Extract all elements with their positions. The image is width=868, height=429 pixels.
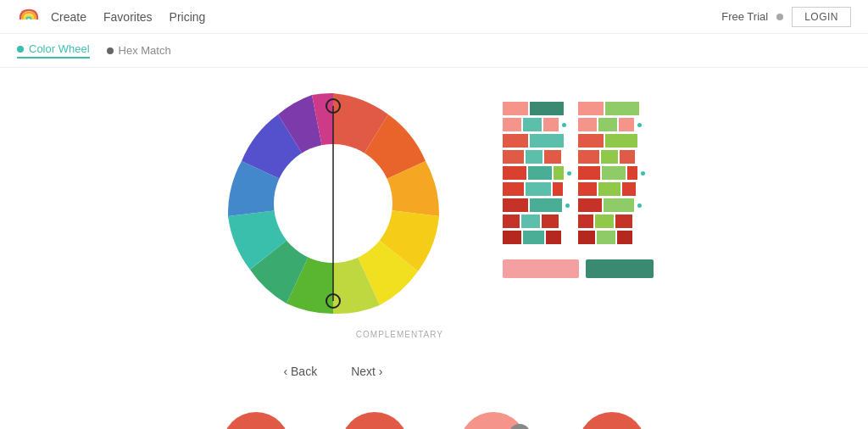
swatch[interactable] [530, 198, 562, 212]
bottom-swatch-pink[interactable] [503, 259, 579, 278]
tab-color-wheel[interactable]: Color Wheel [17, 42, 90, 58]
palette-column-2 [578, 102, 645, 244]
palette-row [503, 198, 571, 212]
palette-row [578, 102, 645, 115]
dot-indicator [567, 171, 571, 176]
swatch[interactable] [546, 231, 561, 244]
swatch[interactable] [503, 150, 524, 164]
palette-row [503, 182, 571, 196]
nav-favorites[interactable]: Favorites [103, 7, 153, 27]
back-button[interactable]: ‹ Back [283, 365, 317, 378]
logo[interactable] [17, 3, 51, 31]
wheel-section: COMPLEMENTARY ‹ Back Next › [214, 85, 452, 378]
swatch[interactable] [543, 118, 559, 131]
swatch[interactable] [578, 182, 597, 196]
palette-row [578, 198, 645, 212]
swatch[interactable] [503, 214, 520, 228]
swatch[interactable] [544, 150, 561, 164]
swatch[interactable] [578, 231, 595, 244]
swatch[interactable] [619, 118, 634, 131]
bottom-circle-1 [222, 412, 290, 429]
swatch[interactable] [578, 198, 602, 212]
dot-indicator [565, 203, 570, 208]
palette-row [578, 231, 645, 244]
header-right: Free Trial LOGIN [721, 7, 851, 27]
swatch[interactable] [605, 134, 637, 148]
wheel-container[interactable]: COMPLEMENTARY [214, 85, 452, 322]
tabs-bar: Color Wheel Hex Match [0, 34, 868, 68]
bottom-section: ⚙ [0, 404, 868, 429]
swatch[interactable] [530, 134, 564, 148]
swatch[interactable] [503, 166, 526, 180]
palette-row [503, 118, 571, 131]
swatch[interactable] [615, 214, 632, 228]
swatch[interactable] [578, 166, 600, 180]
main-content: COMPLEMENTARY ‹ Back Next › [0, 68, 868, 395]
palette-row [578, 214, 645, 228]
tab-hex-match[interactable]: Hex Match [107, 44, 171, 57]
swatch[interactable] [526, 182, 551, 196]
swatch[interactable] [503, 231, 521, 244]
swatch[interactable] [597, 231, 615, 244]
swatch[interactable] [523, 118, 542, 131]
bottom-swatches [503, 259, 654, 278]
swatch[interactable] [503, 102, 528, 115]
palette-row [578, 150, 645, 164]
tab-color-wheel-label: Color Wheel [29, 42, 90, 55]
color-wheel-svg[interactable] [214, 85, 452, 322]
swatch[interactable] [578, 214, 593, 228]
bottom-circle-4 [578, 412, 646, 429]
palette-row [503, 231, 571, 244]
nav-create[interactable]: Create [51, 7, 86, 27]
palette-row [578, 166, 645, 180]
swatch[interactable] [553, 182, 563, 196]
swatch[interactable] [526, 150, 542, 164]
nav-arrows: ‹ Back Next › [283, 365, 382, 378]
dot-indicator [637, 203, 642, 208]
swatch[interactable] [530, 102, 564, 115]
nav-pricing[interactable]: Pricing [170, 7, 206, 27]
swatch[interactable] [503, 134, 528, 148]
swatch[interactable] [602, 166, 626, 180]
tab-hex-match-dot [107, 47, 114, 54]
swatch[interactable] [503, 182, 524, 196]
next-button[interactable]: Next › [351, 365, 382, 378]
swatch[interactable] [578, 118, 597, 131]
swatch[interactable] [620, 150, 635, 164]
bottom-circle-gear: ⚙ [459, 412, 527, 429]
swatch[interactable] [503, 198, 528, 212]
palette-column-1 [503, 102, 571, 244]
swatch[interactable] [521, 214, 540, 228]
swatch[interactable] [622, 182, 636, 196]
swatch[interactable] [598, 182, 620, 196]
tab-hex-match-label: Hex Match [119, 44, 171, 57]
bottom-swatch-green[interactable] [586, 259, 654, 278]
nav: Create Favorites Pricing [51, 7, 205, 27]
swatch[interactable] [578, 102, 604, 115]
palette-row [578, 118, 645, 131]
swatch[interactable] [595, 214, 614, 228]
tab-color-wheel-dot [17, 46, 24, 53]
complementary-label: COMPLEMENTARY [356, 330, 443, 339]
palette-row [503, 134, 571, 148]
dot-indicator [637, 123, 642, 127]
free-trial-text: Free Trial [721, 10, 768, 23]
swatch[interactable] [554, 166, 564, 180]
dot-indicator [562, 123, 566, 127]
swatch[interactable] [617, 231, 632, 244]
swatch[interactable] [601, 150, 618, 164]
swatch[interactable] [523, 231, 544, 244]
swatch[interactable] [605, 102, 639, 115]
swatch[interactable] [578, 150, 599, 164]
swatch[interactable] [627, 166, 637, 180]
swatch[interactable] [528, 166, 552, 180]
swatch[interactable] [503, 118, 521, 131]
swatch[interactable] [598, 118, 617, 131]
palette-row [503, 166, 571, 180]
palette-row [503, 150, 571, 164]
swatch[interactable] [604, 198, 634, 212]
swatch[interactable] [578, 134, 604, 148]
login-button[interactable]: LOGIN [792, 7, 851, 27]
swatch[interactable] [542, 214, 559, 228]
palette-row [578, 182, 645, 196]
